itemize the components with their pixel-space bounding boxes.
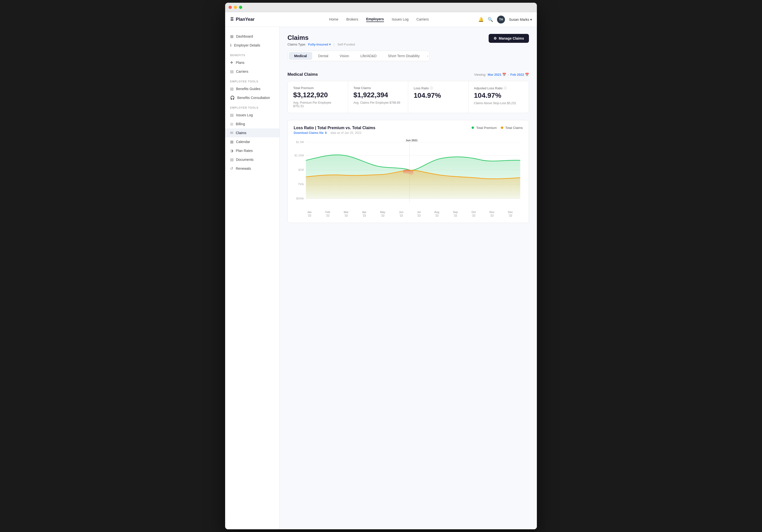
claims-type-row: Claims Type: Fully-Insured ▾ | Self-Fund… <box>287 42 355 46</box>
search-icon[interactable]: 🔍 <box>488 17 493 22</box>
svg-text:$500k: $500k <box>296 197 304 200</box>
issues-icon: ▤ <box>230 113 234 117</box>
page-header: Claims Claims Type: Fully-Insured ▾ | Se… <box>287 34 529 46</box>
stat-label-claims: Total Claims <box>353 86 403 90</box>
svg-text:Jun 2021: Jun 2021 <box>406 139 418 142</box>
tab-vision[interactable]: Vision <box>334 52 354 60</box>
sidebar-item-dashboard[interactable]: ▦ Dashboard <box>225 32 279 41</box>
svg-text:750k: 750k <box>298 183 304 186</box>
viewing-range: Viewing: Mar 2021 📅 - Feb 2022 📅 <box>474 73 529 76</box>
sidebar-item-billing[interactable]: ◎ Billing <box>225 119 279 128</box>
stat-sub-adj-loss-ratio: Claims Above Stop-Loss $5,231 <box>474 102 523 105</box>
stat-label-premium: Total Premium <box>293 86 343 90</box>
billing-icon: ◎ <box>230 122 233 126</box>
tab-life-add[interactable]: Life/AD&D <box>355 52 382 60</box>
nav-issues-log[interactable]: Issues Log <box>392 17 409 22</box>
info-icon: ℹ <box>230 43 232 47</box>
page-header-left: Claims Claims Type: Fully-Insured ▾ | Se… <box>287 34 355 46</box>
download-icon: ⬇ <box>325 131 327 135</box>
x-label-jun: Jun'22 <box>399 210 404 217</box>
sidebar-item-claims[interactable]: ✉ Claims <box>225 128 279 137</box>
sidebar-item-carriers[interactable]: ▤ Carriers <box>225 67 279 76</box>
stat-sub-premium: Avg. Premium Per Employee $751.51 <box>293 101 343 108</box>
x-label-jul: Jul'22 <box>417 210 420 217</box>
loss-ratio-info-icon[interactable]: ⓘ <box>430 86 433 90</box>
nav-home[interactable]: Home <box>329 17 338 22</box>
manage-claims-button[interactable]: ⚙ Manage Claims <box>489 34 529 43</box>
gear-icon: ⚙ <box>494 37 497 40</box>
svg-text:$1M: $1M <box>298 168 304 171</box>
chart-data-date: data as of Jan 25, 2022 <box>331 131 361 135</box>
carriers-icon: ▤ <box>230 69 234 74</box>
x-label-dec: Dec'22 <box>508 210 513 217</box>
claims-type-fully-insured[interactable]: Fully-Insured ▾ <box>308 42 331 46</box>
nav-right: 🔔 🔍 TH Susan Marks ▾ <box>478 16 532 24</box>
logo-icon: ⠿ <box>230 17 234 23</box>
sidebar-item-benefits-guides[interactable]: ▤ Benefits Guides <box>225 84 279 93</box>
section-header: Medical Claims Viewing: Mar 2021 📅 - Feb… <box>287 72 529 77</box>
logo: ⠿ PlanYear <box>230 17 279 23</box>
app-body: ▦ Dashboard ℹ Employer Details BENEFITS … <box>225 27 537 529</box>
end-date[interactable]: Feb 2022 📅 <box>510 73 529 76</box>
medical-claims-title: Medical Claims <box>287 72 318 77</box>
stat-total-claims: Total Claims $1,922,394 Avg. Claims Per … <box>348 81 409 113</box>
section-label-employee-tools: EMPLOYEE TOOLS <box>225 76 279 84</box>
x-label-mar: Mar'22 <box>344 210 348 217</box>
guides-icon: ▤ <box>230 87 234 91</box>
stat-loss-ratio: Loss Ratio ⓘ 104.97% <box>408 81 469 113</box>
svg-text:$1.25M: $1.25M <box>294 154 304 157</box>
sidebar-item-documents[interactable]: ▤ Documents <box>225 155 279 164</box>
x-label-oct: Oct'22 <box>472 210 476 217</box>
x-axis-labels: Jan'22 Feb'22 Mar'22 Apr'22 May'22 Jun'2… <box>294 209 523 217</box>
stat-sub-claims: Avg. Claims Per Employee $788.89 <box>353 101 403 105</box>
top-nav: ⠿ PlanYear Home Brokers Employers Issues… <box>225 12 537 27</box>
stat-adjusted-loss-ratio: Adjusted Loss Ratio ⓘ 104.97% Claims Abo… <box>469 81 529 113</box>
close-button[interactable] <box>229 6 232 9</box>
adj-loss-ratio-info-icon[interactable]: ⓘ <box>504 86 507 90</box>
plan-rates-icon: ◑ <box>230 148 233 153</box>
x-label-may: May'22 <box>380 210 385 217</box>
claims-type-self-funded[interactable]: Self-Funded <box>338 42 355 46</box>
minimize-button[interactable] <box>234 6 237 9</box>
download-claims-link[interactable]: Download Claims file ⬇ <box>294 131 327 135</box>
tab-short-term-disability[interactable]: Short Term Disability <box>382 52 425 60</box>
maximize-button[interactable] <box>239 6 242 9</box>
tab-medical[interactable]: Medical <box>289 52 312 60</box>
pipe-separator: | <box>334 42 335 46</box>
legend-orange-dot <box>501 126 503 129</box>
chart-meta: Download Claims file ⬇ data as of Jan 25… <box>294 131 523 135</box>
tab-arrow-icon[interactable]: › <box>427 54 428 58</box>
loss-ratio-chart: $1.5M $1.25M $1M 750k $500k Jun 20 <box>294 139 523 208</box>
tab-dental[interactable]: Dental <box>313 52 334 60</box>
x-label-apr: Apr'22 <box>362 210 366 217</box>
sidebar-item-plans[interactable]: ✚ Plans <box>225 58 279 67</box>
logo-text: PlanYear <box>236 17 255 22</box>
plans-icon: ✚ <box>230 60 233 65</box>
tabs-row: Medical Dental Vision Life/AD&D Short Te… <box>287 51 529 67</box>
start-date[interactable]: Mar 2021 📅 <box>488 73 506 76</box>
nav-employers[interactable]: Employers <box>366 17 384 22</box>
nav-links: Home Brokers Employers Issues Log Carrie… <box>279 17 478 22</box>
notification-icon[interactable]: 🔔 <box>478 17 484 22</box>
user-name[interactable]: Susan Marks ▾ <box>509 18 532 22</box>
nav-brokers[interactable]: Brokers <box>346 17 358 22</box>
benefit-tabs: Medical Dental Vision Life/AD&D Short Te… <box>287 51 429 61</box>
x-label-aug: Aug'22 <box>434 210 439 217</box>
x-label-sep: Sep'22 <box>453 210 458 217</box>
sidebar-item-renewals[interactable]: ↺ Renewals <box>225 164 279 173</box>
stat-value-claims: $1,922,394 <box>353 91 403 99</box>
sidebar-item-issues-log[interactable]: ▤ Issues Log <box>225 111 279 119</box>
stat-value-adj-loss-ratio: 104.97% <box>474 92 523 100</box>
date-separator: - <box>508 73 509 76</box>
sidebar-item-benefits-consultation[interactable]: 🎧 Benefits Consultation <box>225 93 279 102</box>
sidebar-item-employer-details[interactable]: ℹ Employer Details <box>225 41 279 50</box>
sidebar-item-plan-rates[interactable]: ◑ Plan Rates <box>225 146 279 155</box>
stat-value-loss-ratio: 104.97% <box>414 92 463 100</box>
nav-carriers[interactable]: Carriers <box>417 17 429 22</box>
x-label-jan: Jan'22 <box>307 210 312 217</box>
sidebar-item-calendar[interactable]: ▦ Calendar <box>225 137 279 146</box>
x-label-feb: Feb'22 <box>325 210 330 217</box>
svg-text:$1.5M: $1.5M <box>296 140 304 143</box>
stat-label-adj-loss-ratio: Adjusted Loss Ratio ⓘ <box>474 86 523 90</box>
legend-premium: Total Premium <box>472 126 496 130</box>
